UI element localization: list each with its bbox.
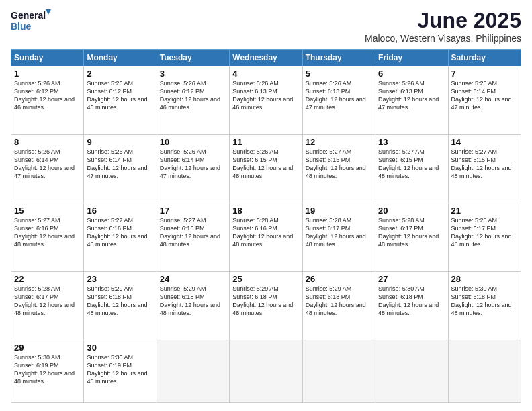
day-20: 20 Sunrise: 5:28 AMSunset: 6:17 PMDaylig… <box>375 203 448 271</box>
day-4: 4 Sunrise: 5:26 AMSunset: 6:13 PMDayligh… <box>230 66 302 135</box>
day-info-8: Sunrise: 5:26 AMSunset: 6:14 PMDaylight:… <box>14 148 75 179</box>
day-number-8: 8 <box>14 137 81 147</box>
empty-cell <box>448 340 521 403</box>
empty-cell <box>230 340 302 403</box>
day-number-18: 18 <box>232 205 299 216</box>
day-15: 15 Sunrise: 5:27 AMSunset: 6:16 PMDaylig… <box>11 203 84 271</box>
day-info-19: Sunrise: 5:28 AMSunset: 6:17 PMDaylight:… <box>306 217 366 248</box>
day-number-13: 13 <box>378 137 445 147</box>
day-number-28: 28 <box>451 274 518 284</box>
day-info-27: Sunrise: 5:30 AMSunset: 6:18 PMDaylight:… <box>378 285 439 316</box>
day-3: 3 Sunrise: 5:26 AMSunset: 6:12 PMDayligh… <box>157 66 229 135</box>
day-14: 14 Sunrise: 5:27 AMSunset: 6:15 PMDaylig… <box>448 134 521 203</box>
day-info-12: Sunrise: 5:27 AMSunset: 6:15 PMDaylight:… <box>306 148 366 179</box>
day-17: 17 Sunrise: 5:27 AMSunset: 6:16 PMDaylig… <box>157 203 229 271</box>
day-number-17: 17 <box>160 205 226 216</box>
day-12: 12 Sunrise: 5:27 AMSunset: 6:15 PMDaylig… <box>302 134 375 203</box>
week-row-4: 22 Sunrise: 5:28 AMSunset: 6:17 PMDaylig… <box>11 271 521 340</box>
day-24: 24 Sunrise: 5:29 AMSunset: 6:18 PMDaylig… <box>157 271 229 340</box>
week-row-1: 1 Sunrise: 5:26 AMSunset: 6:12 PMDayligh… <box>11 66 521 135</box>
main-title: June 2025 <box>365 8 521 33</box>
day-info-22: Sunrise: 5:28 AMSunset: 6:17 PMDaylight:… <box>14 285 75 316</box>
day-8: 8 Sunrise: 5:26 AMSunset: 6:14 PMDayligh… <box>11 134 84 203</box>
header-monday: Monday <box>84 50 157 66</box>
day-number-1: 1 <box>14 68 81 79</box>
svg-marker-2 <box>46 9 51 15</box>
day-number-2: 2 <box>87 68 153 79</box>
day-info-18: Sunrise: 5:28 AMSunset: 6:16 PMDaylight:… <box>232 217 293 248</box>
day-5: 5 Sunrise: 5:26 AMSunset: 6:13 PMDayligh… <box>302 66 375 135</box>
day-21: 21 Sunrise: 5:28 AMSunset: 6:17 PMDaylig… <box>448 203 521 271</box>
day-number-5: 5 <box>306 68 372 79</box>
day-info-10: Sunrise: 5:26 AMSunset: 6:14 PMDaylight:… <box>160 148 220 179</box>
day-2: 2 Sunrise: 5:26 AMSunset: 6:12 PMDayligh… <box>84 66 157 135</box>
week-row-3: 15 Sunrise: 5:27 AMSunset: 6:16 PMDaylig… <box>11 203 521 271</box>
day-info-9: Sunrise: 5:26 AMSunset: 6:14 PMDaylight:… <box>87 148 147 179</box>
day-info-17: Sunrise: 5:27 AMSunset: 6:16 PMDaylight:… <box>160 217 220 248</box>
day-info-5: Sunrise: 5:26 AMSunset: 6:13 PMDaylight:… <box>306 80 366 111</box>
header-tuesday: Tuesday <box>157 50 229 66</box>
day-info-24: Sunrise: 5:29 AMSunset: 6:18 PMDaylight:… <box>160 285 220 316</box>
day-11: 11 Sunrise: 5:26 AMSunset: 6:15 PMDaylig… <box>230 134 302 203</box>
empty-cell <box>157 340 229 403</box>
day-info-2: Sunrise: 5:26 AMSunset: 6:12 PMDaylight:… <box>87 80 147 111</box>
day-info-21: Sunrise: 5:28 AMSunset: 6:17 PMDaylight:… <box>451 217 512 248</box>
day-info-13: Sunrise: 5:27 AMSunset: 6:15 PMDaylight:… <box>378 148 439 179</box>
day-9: 9 Sunrise: 5:26 AMSunset: 6:14 PMDayligh… <box>84 134 157 203</box>
day-13: 13 Sunrise: 5:27 AMSunset: 6:15 PMDaylig… <box>375 134 448 203</box>
day-number-30: 30 <box>87 342 153 353</box>
day-info-30: Sunrise: 5:30 AMSunset: 6:19 PMDaylight:… <box>87 354 147 385</box>
calendar-table: Sunday Monday Tuesday Wednesday Thursday… <box>11 49 521 403</box>
day-number-7: 7 <box>451 68 518 79</box>
day-info-15: Sunrise: 5:27 AMSunset: 6:16 PMDaylight:… <box>14 217 75 248</box>
day-number-14: 14 <box>451 137 518 147</box>
day-number-22: 22 <box>14 274 81 284</box>
day-10: 10 Sunrise: 5:26 AMSunset: 6:14 PMDaylig… <box>157 134 229 203</box>
day-number-20: 20 <box>378 205 445 216</box>
day-info-7: Sunrise: 5:26 AMSunset: 6:14 PMDaylight:… <box>451 80 512 111</box>
day-29: 29 Sunrise: 5:30 AMSunset: 6:19 PMDaylig… <box>11 340 84 403</box>
day-1: 1 Sunrise: 5:26 AMSunset: 6:12 PMDayligh… <box>11 66 84 135</box>
page: General Blue June 2025 Maloco, Western V… <box>0 0 532 411</box>
header-wednesday: Wednesday <box>230 50 302 66</box>
day-number-29: 29 <box>14 342 81 353</box>
header: General Blue June 2025 Maloco, Western V… <box>11 8 521 44</box>
header-thursday: Thursday <box>302 50 375 66</box>
day-18: 18 Sunrise: 5:28 AMSunset: 6:16 PMDaylig… <box>230 203 302 271</box>
day-info-23: Sunrise: 5:29 AMSunset: 6:18 PMDaylight:… <box>87 285 147 316</box>
day-23: 23 Sunrise: 5:29 AMSunset: 6:18 PMDaylig… <box>84 271 157 340</box>
day-info-29: Sunrise: 5:30 AMSunset: 6:19 PMDaylight:… <box>14 354 75 385</box>
day-info-26: Sunrise: 5:29 AMSunset: 6:18 PMDaylight:… <box>306 285 366 316</box>
week-row-5: 29 Sunrise: 5:30 AMSunset: 6:19 PMDaylig… <box>11 340 521 403</box>
day-number-6: 6 <box>378 68 445 79</box>
day-26: 26 Sunrise: 5:29 AMSunset: 6:18 PMDaylig… <box>302 271 375 340</box>
day-number-26: 26 <box>306 274 372 284</box>
day-info-3: Sunrise: 5:26 AMSunset: 6:12 PMDaylight:… <box>160 80 220 111</box>
header-sunday: Sunday <box>11 50 84 66</box>
day-info-14: Sunrise: 5:27 AMSunset: 6:15 PMDaylight:… <box>451 148 512 179</box>
day-25: 25 Sunrise: 5:29 AMSunset: 6:18 PMDaylig… <box>230 271 302 340</box>
day-number-25: 25 <box>232 274 299 284</box>
empty-cell <box>302 340 375 403</box>
day-7: 7 Sunrise: 5:26 AMSunset: 6:14 PMDayligh… <box>448 66 521 135</box>
logo-svg: General Blue <box>11 8 51 35</box>
day-30: 30 Sunrise: 5:30 AMSunset: 6:19 PMDaylig… <box>84 340 157 403</box>
day-info-11: Sunrise: 5:26 AMSunset: 6:15 PMDaylight:… <box>232 148 293 179</box>
day-number-19: 19 <box>306 205 372 216</box>
day-22: 22 Sunrise: 5:28 AMSunset: 6:17 PMDaylig… <box>11 271 84 340</box>
day-info-4: Sunrise: 5:26 AMSunset: 6:13 PMDaylight:… <box>232 80 293 111</box>
empty-cell <box>375 340 448 403</box>
day-number-3: 3 <box>160 68 226 79</box>
day-number-24: 24 <box>160 274 226 284</box>
header-saturday: Saturday <box>448 50 521 66</box>
day-number-27: 27 <box>378 274 445 284</box>
day-28: 28 Sunrise: 5:30 AMSunset: 6:18 PMDaylig… <box>448 271 521 340</box>
day-16: 16 Sunrise: 5:27 AMSunset: 6:16 PMDaylig… <box>84 203 157 271</box>
title-block: June 2025 Maloco, Western Visayas, Phili… <box>365 8 521 44</box>
day-info-25: Sunrise: 5:29 AMSunset: 6:18 PMDaylight:… <box>232 285 293 316</box>
header-friday: Friday <box>375 50 448 66</box>
day-info-20: Sunrise: 5:28 AMSunset: 6:17 PMDaylight:… <box>378 217 439 248</box>
day-info-16: Sunrise: 5:27 AMSunset: 6:16 PMDaylight:… <box>87 217 147 248</box>
svg-text:Blue: Blue <box>11 21 32 32</box>
day-info-28: Sunrise: 5:30 AMSunset: 6:18 PMDaylight:… <box>451 285 512 316</box>
